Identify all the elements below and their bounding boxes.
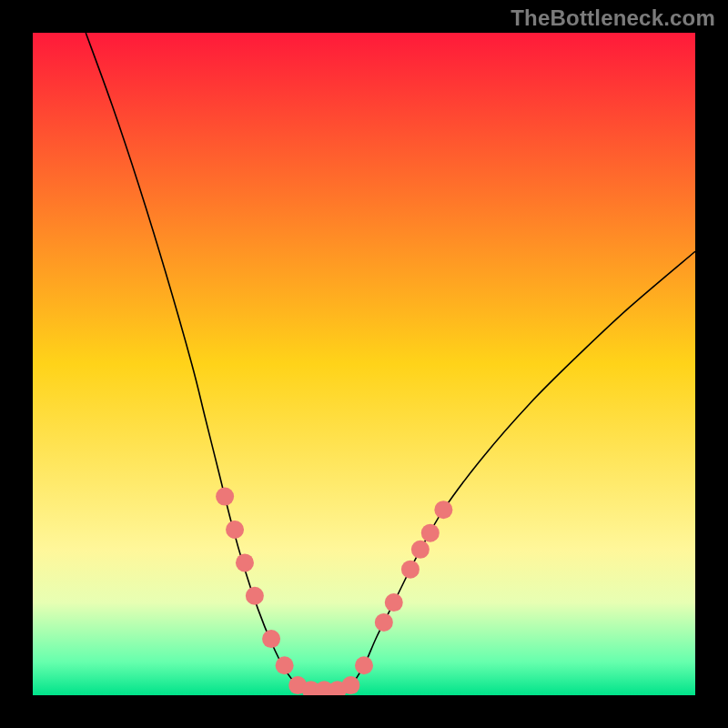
marker-dot — [216, 488, 234, 506]
marker-dot — [434, 500, 452, 519]
marker-dot — [236, 553, 254, 571]
chart-frame: TheBottleneck.com — [0, 0, 728, 728]
gradient-background — [33, 33, 695, 695]
plot-area — [33, 33, 695, 695]
marker-dot — [246, 587, 264, 605]
marker-dot — [421, 524, 440, 542]
marker-dot — [276, 656, 294, 674]
marker-dot — [226, 521, 244, 539]
marker-dot — [385, 593, 403, 612]
marker-dot — [341, 676, 359, 694]
chart-svg — [33, 33, 695, 695]
watermark-text: TheBottleneck.com — [511, 5, 715, 31]
marker-dot — [401, 561, 420, 579]
marker-dot — [375, 613, 393, 632]
marker-dot — [355, 656, 373, 674]
marker-dot — [262, 630, 280, 648]
marker-dot — [411, 541, 430, 559]
